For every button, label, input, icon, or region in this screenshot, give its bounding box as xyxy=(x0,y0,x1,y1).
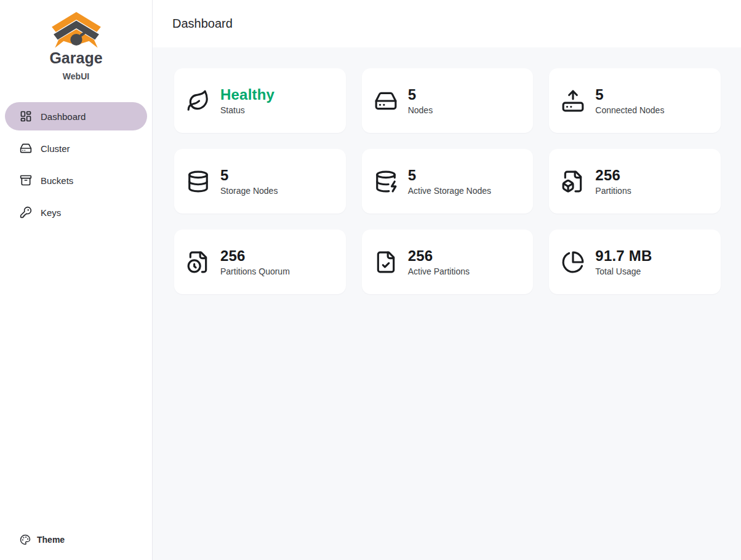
file-check-icon xyxy=(374,250,398,274)
stat-value: 256 xyxy=(408,247,470,265)
content-area: Healthy Status 5 Nodes 5 Connected Nodes… xyxy=(153,47,741,560)
theme-button-label: Theme xyxy=(37,535,65,545)
sidebar-menu: Dashboard Cluster Buckets Keys xyxy=(5,102,147,226)
brand-title: Garage xyxy=(5,49,147,67)
hard-drive-upload-icon xyxy=(561,89,585,113)
sidebar-spacer xyxy=(5,226,147,528)
stat-label: Active Partitions xyxy=(408,266,470,276)
palette-icon xyxy=(20,534,31,545)
database-zap-icon xyxy=(374,170,398,193)
stat-label: Nodes xyxy=(408,105,433,115)
sidebar-item-label: Dashboard xyxy=(41,111,86,122)
sidebar-item-keys[interactable]: Keys xyxy=(5,198,147,226)
sidebar-item-label: Keys xyxy=(41,207,61,218)
topbar: Dashboard xyxy=(153,0,741,47)
stat-label: Total Usage xyxy=(595,266,652,276)
page-title: Dashboard xyxy=(172,17,233,31)
hard-drive-icon xyxy=(20,142,32,154)
stat-label: Status xyxy=(220,105,274,115)
stats-grid: Healthy Status 5 Nodes 5 Connected Nodes… xyxy=(174,68,721,294)
main-area: Dashboard Healthy Status 5 Nodes 5 Conne… xyxy=(153,0,741,560)
theme-button[interactable]: Theme xyxy=(5,528,147,551)
sidebar-item-label: Cluster xyxy=(41,143,70,154)
stat-label: Storage Nodes xyxy=(220,186,278,196)
stat-card: 256 Partitions xyxy=(549,149,721,214)
stat-label: Partitions Quorum xyxy=(220,266,290,276)
stat-card: 5 Connected Nodes xyxy=(549,68,721,133)
key-icon xyxy=(20,206,32,218)
stat-card: 5 Storage Nodes xyxy=(174,149,346,214)
stat-value: 5 xyxy=(595,86,664,103)
pie-chart-icon xyxy=(561,250,585,274)
stat-value: 91.7 MB xyxy=(595,247,652,265)
database-icon xyxy=(186,170,210,193)
stat-label: Active Storage Nodes xyxy=(408,186,491,196)
stat-value: Healthy xyxy=(220,86,274,103)
sidebar-item-label: Buckets xyxy=(41,175,73,186)
file-clock-icon xyxy=(186,250,210,274)
stat-card: 91.7 MB Total Usage xyxy=(549,230,721,294)
hard-drive-icon xyxy=(374,89,398,113)
stat-label: Partitions xyxy=(595,186,631,196)
file-box-icon xyxy=(561,170,585,193)
stat-card: 5 Nodes xyxy=(362,68,534,133)
sidebar-item-buckets[interactable]: Buckets xyxy=(5,166,147,194)
layout-dashboard-icon xyxy=(20,110,32,122)
stat-card: 256 Active Partitions xyxy=(362,230,534,294)
sidebar: Garage WebUI Dashboard Cluster Buckets K… xyxy=(0,0,153,560)
stat-value: 5 xyxy=(408,86,433,103)
archive-icon xyxy=(20,174,32,186)
stat-card: 5 Active Storage Nodes xyxy=(362,149,534,214)
stat-card: 256 Partitions Quorum xyxy=(174,230,346,294)
stat-label: Connected Nodes xyxy=(595,105,664,115)
sidebar-item-cluster[interactable]: Cluster xyxy=(5,134,147,162)
garage-logo-icon xyxy=(48,11,105,49)
brand-subtitle: WebUI xyxy=(5,71,147,81)
stat-value: 5 xyxy=(220,167,278,184)
brand-block: Garage WebUI xyxy=(5,9,147,92)
stat-value: 256 xyxy=(595,167,631,184)
sidebar-item-dashboard[interactable]: Dashboard xyxy=(5,102,147,130)
stat-value: 256 xyxy=(220,247,290,265)
stat-value: 5 xyxy=(408,167,491,184)
stat-card: Healthy Status xyxy=(174,68,346,133)
leaf-icon xyxy=(186,89,210,113)
